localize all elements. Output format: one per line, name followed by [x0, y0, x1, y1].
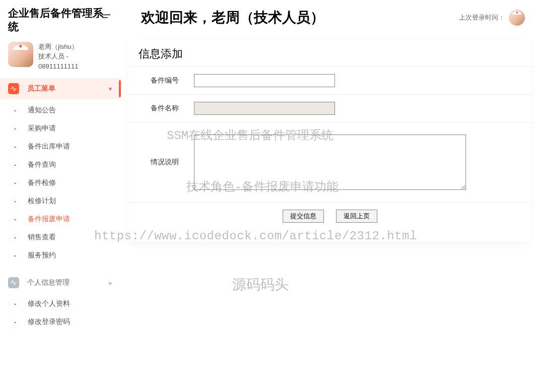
menu-group-profile-label: 个人信息管理	[27, 278, 70, 287]
topbar: 欢迎回来，老周（技术人员） 上次登录时间：	[101, 0, 537, 35]
user-role: 技术人员 -	[38, 51, 79, 61]
sidebar-item-repair-plan[interactable]: -检修计划	[0, 192, 121, 210]
menu-items-profile: -修改个人资料 -修改登录密码	[0, 293, 121, 339]
sidebar-item-parts-repair[interactable]: -备件检修	[0, 174, 121, 192]
sidebar-item-edit-password[interactable]: -修改登录密码	[0, 313, 121, 331]
user-block: 老周（jishu） 技术人员 - 08911111111	[0, 39, 121, 79]
watermark-text: 源码码头	[232, 275, 289, 294]
sidebar-item-service-booking[interactable]: -服务预约	[0, 246, 121, 265]
user-phone: 08911111111	[38, 61, 79, 72]
user-name: 老周（jishu）	[38, 42, 79, 52]
form-row-part-id: 备件编号	[128, 67, 531, 94]
activity-icon	[8, 83, 19, 94]
sidebar-item-scrap-request[interactable]: -备件报废申请	[0, 210, 121, 228]
label-part-name: 备件名称	[139, 104, 194, 113]
input-part-name[interactable]	[194, 102, 335, 115]
sidebar: 企业售后备件管理系统 老周（jishu） 技术人员 - 08911111111 …	[0, 0, 121, 392]
sidebar-item-edit-profile[interactable]: -修改个人资料	[0, 295, 121, 313]
welcome-heading: 欢迎回来，老周（技术人员）	[141, 8, 324, 27]
button-row: 提交信息 返回上页	[128, 202, 531, 230]
sidebar-item-sales-view[interactable]: -销售查看	[0, 228, 121, 246]
sidebar-item-outbound[interactable]: -备件出库申请	[0, 138, 121, 156]
textarea-description[interactable]	[194, 135, 466, 190]
menu-items-staff: -通知公告 -采购申请 -备件出库申请 -备件查询 -备件检修 -检修计划 -备…	[0, 99, 121, 273]
back-button[interactable]: 返回上页	[336, 210, 377, 223]
submit-button[interactable]: 提交信息	[283, 210, 324, 223]
top-avatar[interactable]	[509, 10, 525, 26]
sidebar-item-notice[interactable]: -通知公告	[0, 101, 121, 119]
chevron-right-icon: ▶	[109, 280, 113, 286]
sidebar-item-parts-query[interactable]: -备件查询	[0, 156, 121, 174]
label-part-id: 备件编号	[139, 76, 194, 85]
hamburger-icon[interactable]	[101, 11, 112, 24]
last-login-label: 上次登录时间：	[459, 13, 505, 22]
menu-group-staff[interactable]: 员工菜单 ▼	[0, 78, 121, 99]
label-description: 情况说明	[139, 158, 194, 167]
chevron-down-icon: ▼	[108, 86, 113, 92]
activity-icon	[8, 277, 19, 288]
input-part-id[interactable]	[194, 74, 335, 87]
card-title: 信息添加	[128, 46, 531, 67]
avatar	[8, 42, 33, 67]
form-row-description: 情况说明	[128, 122, 531, 202]
sidebar-item-purchase[interactable]: -采购申请	[0, 119, 121, 138]
menu-group-profile[interactable]: 个人信息管理 ▶	[0, 273, 121, 293]
menu-group-staff-label: 员工菜单	[27, 84, 55, 93]
main-card: 信息添加 备件编号 备件名称 情况说明 提交信息 返回上页	[128, 39, 531, 242]
user-meta: 老周（jishu） 技术人员 - 08911111111	[38, 42, 79, 72]
form-row-part-name: 备件名称	[128, 94, 531, 122]
